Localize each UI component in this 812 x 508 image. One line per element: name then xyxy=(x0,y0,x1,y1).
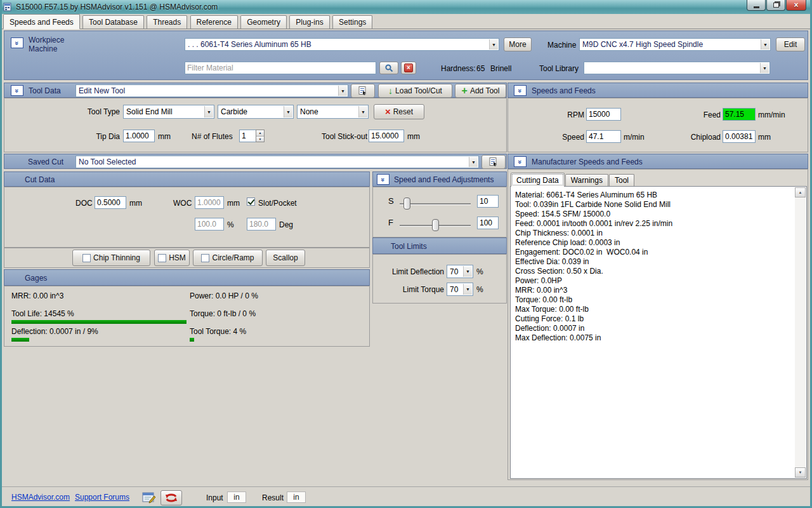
tool-type-select[interactable]: Solid End Mill ▼ xyxy=(123,105,214,119)
saved-cut-select[interactable]: No Tool Selected ▼ xyxy=(75,156,479,168)
maximize-button[interactable] xyxy=(766,0,785,11)
donate-button[interactable] xyxy=(160,490,182,505)
feed-input[interactable] xyxy=(723,108,756,121)
tab-cutting-data[interactable]: Cutting Data xyxy=(511,173,565,187)
tab-settings[interactable]: Settings xyxy=(332,15,372,29)
support-forums-link[interactable]: Support Forums xyxy=(75,493,129,502)
stickout-input[interactable] xyxy=(369,130,404,142)
more-button[interactable]: More xyxy=(504,37,532,51)
circle-ramp-button[interactable]: Circle/Ramp xyxy=(193,250,263,266)
close-button[interactable]: × xyxy=(786,0,806,11)
chevron-double-down-icon: » xyxy=(14,88,20,92)
clear-filter-button[interactable]: × xyxy=(401,62,416,74)
spinner-up-icon: ▲ xyxy=(259,131,262,135)
material-select[interactable]: . . . 6061-T4 Series Aluminum 65 HB ▼ xyxy=(185,38,499,51)
collapse-tool-data-button[interactable]: » xyxy=(11,85,23,96)
hsm-checkbox[interactable] xyxy=(158,254,166,262)
load-tool-cut-button[interactable]: ↓ Load Tool/Cut xyxy=(378,84,452,98)
red-x-icon: × xyxy=(385,108,391,116)
dropdown-arrow-icon: ▼ xyxy=(463,266,472,277)
deflection-bar xyxy=(11,338,29,342)
main-tab-strip: Speeds and Feeds Tool Database Threads R… xyxy=(2,14,810,29)
feed-slider-track[interactable] xyxy=(400,225,471,226)
select-tool-from-list-button[interactable] xyxy=(351,84,375,98)
feed-slider-thumb[interactable] xyxy=(432,219,439,231)
hsmadvisor-link[interactable]: HSMAdvisor.com xyxy=(11,493,70,502)
limit-torque-unit: % xyxy=(476,285,483,294)
speed-adjust-input[interactable] xyxy=(477,195,499,208)
collapse-manufacturer-button[interactable]: » xyxy=(514,156,527,167)
collapse-workpiece-button[interactable]: » xyxy=(11,37,23,48)
rpm-input[interactable] xyxy=(586,108,621,121)
filter-material-input[interactable] xyxy=(185,62,376,74)
add-tool-button[interactable]: + Add Tool xyxy=(455,84,506,98)
result-units-select[interactable]: in xyxy=(287,491,306,503)
gage-deflection: Deflection: 0.0007 in / 9% xyxy=(11,327,98,336)
stepover-input[interactable] xyxy=(195,218,224,231)
scallop-button[interactable]: Scallop xyxy=(266,250,305,266)
chip-thinning-checkbox[interactable] xyxy=(82,254,91,262)
collapse-adjustments-button[interactable]: » xyxy=(377,174,390,185)
tool-material-select[interactable]: Carbide ▼ xyxy=(218,105,294,119)
tool-coating-select[interactable]: None ▼ xyxy=(297,105,369,119)
cutting-data-panel: Material: 6061-T4 Series Aluminum 65 HB … xyxy=(510,186,807,479)
tool-library-select[interactable]: ▼ xyxy=(584,62,770,74)
limit-deflection-select[interactable]: 70 ▼ xyxy=(447,265,473,278)
reset-button[interactable]: × Reset xyxy=(374,104,424,119)
tab-plugins[interactable]: Plug-ins xyxy=(289,15,329,29)
feedback-form-icon[interactable] xyxy=(141,491,157,505)
angle-input[interactable] xyxy=(247,218,276,231)
doc-input[interactable] xyxy=(95,196,126,209)
edit-machine-button[interactable]: Edit xyxy=(776,37,805,51)
feed-adjust-input[interactable] xyxy=(477,217,499,229)
machine-select[interactable]: M9D CNC x4.7 High Speed Spindle ▼ xyxy=(579,38,771,51)
select-saved-cut-button[interactable] xyxy=(481,155,506,169)
hsm-button[interactable]: HSM xyxy=(154,250,190,266)
limit-deflection-label: Limit Deflection xyxy=(379,267,444,276)
tool-select[interactable]: Edit New Tool ▼ xyxy=(75,84,348,97)
speed-slider-track[interactable] xyxy=(400,203,471,204)
flutes-stepper[interactable]: ▲ ▼ xyxy=(239,130,265,142)
tab-threads[interactable]: Threads xyxy=(147,15,187,29)
gage-torque: Torque: 0 ft-lb / 0 % xyxy=(190,309,256,318)
tip-dia-unit: mm xyxy=(158,132,171,141)
machine-select-value: M9D CNC x4.7 High Speed Spindle xyxy=(582,40,703,49)
tool-select-value: Edit New Tool xyxy=(79,86,125,95)
minimize-button[interactable] xyxy=(747,0,766,11)
tab-geometry[interactable]: Geometry xyxy=(240,15,287,29)
doc-unit: mm xyxy=(129,199,142,208)
woc-input[interactable] xyxy=(195,196,224,209)
app-window: S15000 F57.15 by HSMAdvisor v1.151 @ HSM… xyxy=(0,0,812,508)
workpiece-machine-panel: » Workpiece Machine . . . 6061-T4 Series… xyxy=(4,30,808,80)
tab-warnings[interactable]: Warnings xyxy=(565,174,608,186)
stepper-up-button[interactable]: ▲ xyxy=(256,130,264,136)
woc-unit: mm xyxy=(227,199,240,208)
tab-tool-database[interactable]: Tool Database xyxy=(82,15,144,29)
flutes-input[interactable] xyxy=(239,130,256,142)
gage-mrr: MRR: 0.00 in^3 xyxy=(11,291,63,300)
red-arrows-icon xyxy=(164,493,178,503)
green-plus-icon: + xyxy=(462,87,468,95)
collapse-speeds-feeds-button[interactable]: » xyxy=(514,85,527,96)
chip-thinning-button[interactable]: Chip Thinning xyxy=(72,250,150,266)
chipload-input[interactable] xyxy=(723,130,756,143)
tip-dia-input[interactable] xyxy=(123,130,155,142)
tab-reference[interactable]: Reference xyxy=(190,15,238,29)
input-units-label: Input xyxy=(206,493,223,502)
input-units-select[interactable]: in xyxy=(227,491,246,503)
scroll-up-button[interactable]: ▲ xyxy=(795,187,806,197)
scroll-down-button[interactable]: ▼ xyxy=(795,467,806,478)
circle-ramp-checkbox[interactable] xyxy=(201,254,209,262)
tab-speeds-and-feeds[interactable]: Speeds and Feeds xyxy=(3,14,80,29)
dropdown-arrow-icon: ▼ xyxy=(358,106,367,117)
tab-tool[interactable]: Tool xyxy=(609,174,634,186)
minimize-icon xyxy=(754,6,759,8)
slot-pocket-checkbox[interactable] xyxy=(247,197,255,206)
speed-slider-thumb[interactable] xyxy=(403,197,410,210)
limit-torque-select[interactable]: 70 ▼ xyxy=(447,283,473,296)
scrollbar[interactable]: ▲ ▼ xyxy=(795,187,806,478)
stepper-down-button[interactable]: ▼ xyxy=(256,136,264,142)
chevron-double-down-icon: » xyxy=(14,41,20,44)
search-button[interactable] xyxy=(379,62,398,74)
speed-input[interactable] xyxy=(586,130,621,143)
